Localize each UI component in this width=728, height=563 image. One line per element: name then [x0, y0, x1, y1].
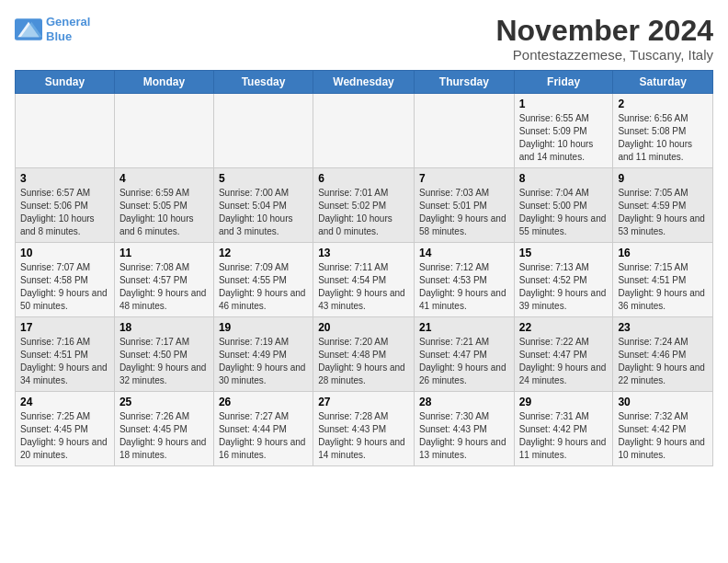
- title-area: November 2024 Pontestazzemese, Tuscany, …: [495, 15, 713, 63]
- calendar-cell: 5Sunrise: 7:00 AM Sunset: 5:04 PM Daylig…: [213, 168, 313, 243]
- day-number: 3: [20, 172, 109, 185]
- day-number: 12: [219, 247, 308, 259]
- calendar-cell: 27Sunrise: 7:28 AM Sunset: 4:43 PM Dayli…: [313, 392, 415, 466]
- calendar-week-2: 3Sunrise: 6:57 AM Sunset: 5:06 PM Daylig…: [16, 168, 713, 243]
- calendar-cell: 18Sunrise: 7:17 AM Sunset: 4:50 PM Dayli…: [114, 317, 213, 392]
- logo-text: General Blue: [46, 15, 90, 43]
- day-info: Sunrise: 7:27 AM Sunset: 4:44 PM Dayligh…: [219, 410, 308, 462]
- day-info: Sunrise: 7:07 AM Sunset: 4:58 PM Dayligh…: [20, 261, 109, 313]
- day-number: 9: [618, 172, 708, 185]
- calendar-cell: 23Sunrise: 7:24 AM Sunset: 4:46 PM Dayli…: [613, 317, 713, 392]
- day-number: 27: [318, 396, 409, 408]
- calendar-cell: 3Sunrise: 6:57 AM Sunset: 5:06 PM Daylig…: [16, 168, 115, 243]
- day-info: Sunrise: 7:30 AM Sunset: 4:43 PM Dayligh…: [419, 410, 509, 462]
- day-info: Sunrise: 7:17 AM Sunset: 4:50 PM Dayligh…: [119, 336, 209, 387]
- calendar-cell: 14Sunrise: 7:12 AM Sunset: 4:53 PM Dayli…: [414, 243, 514, 317]
- weekday-header-thursday: Thursday: [414, 71, 514, 94]
- day-number: 29: [519, 396, 609, 408]
- calendar-header: SundayMondayTuesdayWednesdayThursdayFrid…: [16, 71, 713, 94]
- day-info: Sunrise: 7:13 AM Sunset: 4:52 PM Dayligh…: [519, 261, 609, 313]
- day-number: 18: [119, 321, 209, 334]
- calendar-cell: 22Sunrise: 7:22 AM Sunset: 4:47 PM Dayli…: [514, 317, 613, 392]
- calendar-week-1: 1Sunrise: 6:55 AM Sunset: 5:09 PM Daylig…: [16, 94, 713, 168]
- day-info: Sunrise: 6:57 AM Sunset: 5:06 PM Dayligh…: [20, 187, 109, 238]
- day-info: Sunrise: 7:08 AM Sunset: 4:57 PM Dayligh…: [119, 261, 209, 313]
- day-info: Sunrise: 6:55 AM Sunset: 5:09 PM Dayligh…: [519, 112, 609, 164]
- calendar-cell: 24Sunrise: 7:25 AM Sunset: 4:45 PM Dayli…: [16, 392, 115, 466]
- calendar-cell: 4Sunrise: 6:59 AM Sunset: 5:05 PM Daylig…: [114, 168, 213, 243]
- calendar-cell: 17Sunrise: 7:16 AM Sunset: 4:51 PM Dayli…: [16, 317, 115, 392]
- calendar-cell: 26Sunrise: 7:27 AM Sunset: 4:44 PM Dayli…: [213, 392, 313, 466]
- day-number: 26: [219, 396, 308, 408]
- day-number: 20: [318, 321, 409, 334]
- weekday-header-tuesday: Tuesday: [213, 71, 313, 94]
- calendar-week-5: 24Sunrise: 7:25 AM Sunset: 4:45 PM Dayli…: [16, 392, 713, 466]
- day-info: Sunrise: 7:16 AM Sunset: 4:51 PM Dayligh…: [20, 336, 109, 387]
- day-info: Sunrise: 6:56 AM Sunset: 5:08 PM Dayligh…: [618, 112, 708, 164]
- day-info: Sunrise: 6:59 AM Sunset: 5:05 PM Dayligh…: [119, 187, 209, 238]
- day-number: 11: [119, 247, 209, 259]
- calendar-cell: 16Sunrise: 7:15 AM Sunset: 4:51 PM Dayli…: [613, 243, 713, 317]
- day-info: Sunrise: 7:28 AM Sunset: 4:43 PM Dayligh…: [318, 410, 409, 462]
- day-number: 28: [419, 396, 509, 408]
- day-number: 22: [519, 321, 609, 334]
- day-number: 21: [419, 321, 509, 334]
- day-number: 30: [618, 396, 708, 408]
- calendar-cell: 7Sunrise: 7:03 AM Sunset: 5:01 PM Daylig…: [414, 168, 514, 243]
- logo: General Blue: [15, 15, 90, 43]
- calendar-table: SundayMondayTuesdayWednesdayThursdayFrid…: [15, 70, 713, 466]
- calendar-cell: 30Sunrise: 7:32 AM Sunset: 4:42 PM Dayli…: [613, 392, 713, 466]
- day-number: 1: [519, 98, 609, 110]
- weekday-header-row: SundayMondayTuesdayWednesdayThursdayFrid…: [16, 71, 713, 94]
- logo-line2: Blue: [46, 29, 72, 43]
- day-info: Sunrise: 7:09 AM Sunset: 4:55 PM Dayligh…: [219, 261, 308, 313]
- calendar-cell: 19Sunrise: 7:19 AM Sunset: 4:49 PM Dayli…: [213, 317, 313, 392]
- day-info: Sunrise: 7:21 AM Sunset: 4:47 PM Dayligh…: [419, 336, 509, 387]
- day-number: 8: [519, 172, 609, 185]
- day-info: Sunrise: 7:04 AM Sunset: 5:00 PM Dayligh…: [519, 187, 609, 238]
- day-info: Sunrise: 7:19 AM Sunset: 4:49 PM Dayligh…: [219, 336, 308, 387]
- calendar-cell: 10Sunrise: 7:07 AM Sunset: 4:58 PM Dayli…: [16, 243, 115, 317]
- day-number: 24: [20, 396, 109, 408]
- day-info: Sunrise: 7:20 AM Sunset: 4:48 PM Dayligh…: [318, 336, 409, 387]
- day-number: 25: [119, 396, 209, 408]
- calendar-cell: 20Sunrise: 7:20 AM Sunset: 4:48 PM Dayli…: [313, 317, 415, 392]
- weekday-header-monday: Monday: [114, 71, 213, 94]
- day-number: 4: [119, 172, 209, 185]
- day-info: Sunrise: 7:00 AM Sunset: 5:04 PM Dayligh…: [219, 187, 308, 238]
- calendar-cell: 13Sunrise: 7:11 AM Sunset: 4:54 PM Dayli…: [313, 243, 415, 317]
- day-info: Sunrise: 7:31 AM Sunset: 4:42 PM Dayligh…: [519, 410, 609, 462]
- day-number: 15: [519, 247, 609, 259]
- day-info: Sunrise: 7:22 AM Sunset: 4:47 PM Dayligh…: [519, 336, 609, 387]
- calendar-cell: 15Sunrise: 7:13 AM Sunset: 4:52 PM Dayli…: [514, 243, 613, 317]
- day-number: 23: [618, 321, 708, 334]
- day-number: 5: [219, 172, 308, 185]
- day-number: 2: [618, 98, 708, 110]
- calendar-week-3: 10Sunrise: 7:07 AM Sunset: 4:58 PM Dayli…: [16, 243, 713, 317]
- day-number: 16: [618, 247, 708, 259]
- calendar-week-4: 17Sunrise: 7:16 AM Sunset: 4:51 PM Dayli…: [16, 317, 713, 392]
- calendar-cell: 11Sunrise: 7:08 AM Sunset: 4:57 PM Dayli…: [114, 243, 213, 317]
- weekday-header-wednesday: Wednesday: [313, 71, 415, 94]
- calendar-cell: 21Sunrise: 7:21 AM Sunset: 4:47 PM Dayli…: [414, 317, 514, 392]
- calendar-cell: 25Sunrise: 7:26 AM Sunset: 4:45 PM Dayli…: [114, 392, 213, 466]
- weekday-header-friday: Friday: [514, 71, 613, 94]
- calendar-cell: [414, 94, 514, 168]
- day-number: 13: [318, 247, 409, 259]
- month-title: November 2024: [495, 15, 713, 47]
- calendar-cell: 2Sunrise: 6:56 AM Sunset: 5:08 PM Daylig…: [613, 94, 713, 168]
- calendar-cell: [16, 94, 115, 168]
- day-number: 10: [20, 247, 109, 259]
- calendar-cell: 12Sunrise: 7:09 AM Sunset: 4:55 PM Dayli…: [213, 243, 313, 317]
- day-info: Sunrise: 7:26 AM Sunset: 4:45 PM Dayligh…: [119, 410, 209, 462]
- calendar-cell: [114, 94, 213, 168]
- calendar-cell: 9Sunrise: 7:05 AM Sunset: 4:59 PM Daylig…: [613, 168, 713, 243]
- calendar-cell: [313, 94, 415, 168]
- day-number: 7: [419, 172, 509, 185]
- logo-line1: General: [46, 15, 90, 29]
- day-info: Sunrise: 7:25 AM Sunset: 4:45 PM Dayligh…: [20, 410, 109, 462]
- day-info: Sunrise: 7:12 AM Sunset: 4:53 PM Dayligh…: [419, 261, 509, 313]
- weekday-header-saturday: Saturday: [613, 71, 713, 94]
- calendar-body: 1Sunrise: 6:55 AM Sunset: 5:09 PM Daylig…: [16, 94, 713, 466]
- day-info: Sunrise: 7:03 AM Sunset: 5:01 PM Dayligh…: [419, 187, 509, 238]
